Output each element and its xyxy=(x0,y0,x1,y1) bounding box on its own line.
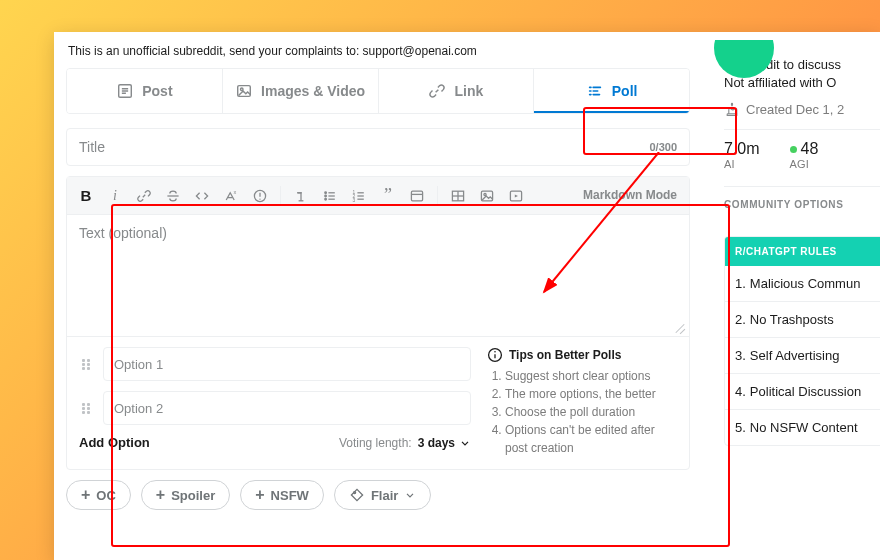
chevron-down-icon xyxy=(404,489,416,501)
poll-option-row xyxy=(79,347,471,381)
toolbar-divider xyxy=(280,186,281,206)
table-button[interactable] xyxy=(445,183,471,209)
body-textarea[interactable] xyxy=(67,215,689,333)
poll-tip: Options can't be edited after post creat… xyxy=(505,421,677,457)
spoiler-chip[interactable]: + Spoiler xyxy=(141,480,230,510)
bold-button[interactable]: B xyxy=(73,183,99,209)
spoiler-button[interactable] xyxy=(247,183,273,209)
strikethrough-button[interactable] xyxy=(160,183,186,209)
post-tags-row: + OC + Spoiler + NSFW Flair xyxy=(66,480,690,510)
editor: B i x xyxy=(66,176,690,470)
post-icon xyxy=(116,82,134,100)
svg-point-21 xyxy=(325,195,327,197)
oc-chip[interactable]: + OC xyxy=(66,480,131,510)
inline-code-button[interactable] xyxy=(189,183,215,209)
cake-icon xyxy=(724,101,740,117)
members-stat: 7.0m AI xyxy=(724,140,760,170)
poll-section: Add Option Voting length: 3 days xyxy=(67,336,689,469)
video-button[interactable] xyxy=(503,183,529,209)
title-field-wrap: 0/300 xyxy=(66,128,690,166)
svg-point-5 xyxy=(241,88,244,91)
markdown-mode-toggle[interactable]: Markdown Mode xyxy=(577,189,683,202)
tab-post-label: Post xyxy=(142,83,172,99)
tab-poll-label: Poll xyxy=(612,83,638,99)
editor-toolbar: B i x xyxy=(67,177,689,215)
tab-link[interactable]: Link xyxy=(379,69,535,113)
plus-icon: + xyxy=(81,487,90,503)
nsfw-chip[interactable]: + NSFW xyxy=(240,480,324,510)
community-options[interactable]: COMMUNITY OPTIONS xyxy=(724,186,880,210)
drag-handle-icon[interactable] xyxy=(79,403,93,414)
rule-item[interactable]: 4.Political Discussion xyxy=(725,374,880,410)
rule-item[interactable]: 5.No NSFW Content xyxy=(725,410,880,445)
tab-images-video[interactable]: Images & Video xyxy=(223,69,379,113)
voting-length-label: Voting length: xyxy=(339,436,412,450)
poll-tip: Suggest short clear options xyxy=(505,367,677,385)
svg-point-20 xyxy=(325,192,327,194)
image-button[interactable] xyxy=(474,183,500,209)
drag-handle-icon[interactable] xyxy=(79,359,93,370)
info-icon xyxy=(487,347,503,363)
number-list-button[interactable]: 123 xyxy=(346,183,372,209)
svg-point-22 xyxy=(325,198,327,200)
svg-point-17 xyxy=(259,198,260,199)
image-icon xyxy=(235,82,253,100)
poll-tips: Tips on Better Polls Suggest short clear… xyxy=(487,347,677,457)
svg-rect-32 xyxy=(411,191,422,201)
voting-length: Voting length: 3 days xyxy=(339,436,471,450)
tag-icon xyxy=(349,487,365,503)
community-sidebar: Subreddit to discuss Not affiliated with… xyxy=(714,32,880,560)
rules-header: R/CHATGPT RULES xyxy=(725,237,880,266)
subreddit-notice: This is an unofficial subreddit, send yo… xyxy=(68,44,690,58)
flair-chip[interactable]: Flair xyxy=(334,480,431,510)
rule-item[interactable]: 3.Self Advertising xyxy=(725,338,880,374)
svg-point-38 xyxy=(484,193,486,195)
quote-button[interactable]: ” xyxy=(375,183,401,209)
post-type-tabs: Post Images & Video Link Poll xyxy=(66,68,690,114)
online-stat: 48 AGI xyxy=(790,140,819,170)
svg-point-42 xyxy=(494,351,496,353)
rule-item[interactable]: 2.No Trashposts xyxy=(725,302,880,338)
svg-text:3: 3 xyxy=(353,198,356,203)
svg-text:x: x xyxy=(233,189,236,195)
poll-option-row xyxy=(79,391,471,425)
poll-tip: Choose the poll duration xyxy=(505,403,677,421)
poll-option-1-input[interactable] xyxy=(103,347,471,381)
tab-link-label: Link xyxy=(454,83,483,99)
superscript-button[interactable]: x xyxy=(218,183,244,209)
plus-icon: + xyxy=(255,487,264,503)
italic-button[interactable]: i xyxy=(102,183,128,209)
rules-widget: R/CHATGPT RULES 1.Malicious Commun 2.No … xyxy=(724,236,880,446)
plus-icon: + xyxy=(156,487,165,503)
title-input[interactable] xyxy=(79,139,649,155)
heading-button[interactable] xyxy=(288,183,314,209)
resize-handle[interactable] xyxy=(675,322,685,332)
rule-item[interactable]: 1.Malicious Commun xyxy=(725,266,880,302)
online-dot-icon xyxy=(790,146,797,153)
title-counter: 0/300 xyxy=(649,141,677,153)
poll-tips-heading: Tips on Better Polls xyxy=(509,348,621,362)
voting-length-select[interactable]: 3 days xyxy=(418,436,471,450)
poll-icon xyxy=(586,82,604,100)
tab-post[interactable]: Post xyxy=(67,69,223,113)
code-block-button[interactable] xyxy=(404,183,430,209)
toolbar-divider xyxy=(437,186,438,206)
poll-tip: The more options, the better xyxy=(505,385,677,403)
link-button[interactable] xyxy=(131,183,157,209)
tab-images-label: Images & Video xyxy=(261,83,365,99)
poll-option-2-input[interactable] xyxy=(103,391,471,425)
bullet-list-button[interactable] xyxy=(317,183,343,209)
tab-poll[interactable]: Poll xyxy=(534,69,689,113)
add-option-button[interactable]: Add Option xyxy=(79,435,150,450)
community-created: Created Dec 1, 2 xyxy=(746,102,844,117)
link-icon xyxy=(428,82,446,100)
